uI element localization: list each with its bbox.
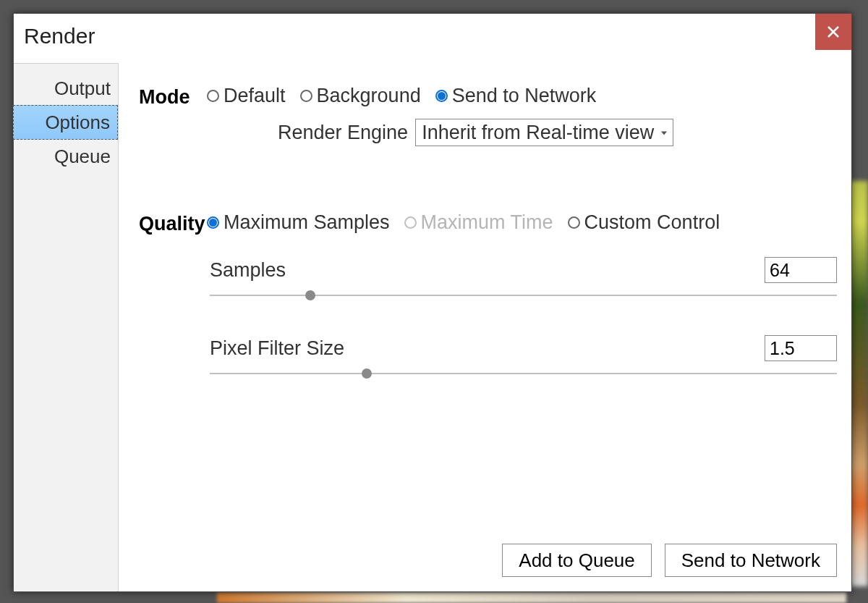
render-engine-label: Render Engine [278, 122, 408, 144]
samples-input[interactable] [765, 257, 837, 283]
add-to-queue-button[interactable]: Add to Queue [502, 544, 651, 577]
radio-label: Maximum Samples [224, 211, 390, 234]
quality-radio-group: Maximum Samples Maximum Time Custom Cont… [207, 211, 837, 234]
slider-thumb[interactable] [362, 368, 372, 379]
sidebar-tab-queue[interactable]: Queue [14, 139, 118, 174]
slider-thumb[interactable] [305, 290, 315, 300]
radio-label: Send to Network [452, 85, 597, 107]
mode-section: Mode Default Background Send [139, 85, 837, 146]
send-to-network-button[interactable]: Send to Network [665, 544, 837, 577]
sidebar-tab-options[interactable]: Options [13, 105, 118, 140]
mode-radio-default[interactable]: Default [207, 85, 286, 107]
radio-icon [207, 90, 219, 102]
quality-section: Quality Maximum Samples Maximum Time [139, 211, 837, 379]
slider-line [210, 295, 837, 296]
radio-label: Custom Control [584, 211, 720, 234]
quality-radio-custom-control[interactable]: Custom Control [568, 211, 720, 234]
pixel-filter-label: Pixel Filter Size [210, 337, 765, 360]
radio-label: Default [224, 85, 286, 107]
mode-label: Mode [139, 85, 207, 109]
dialog-title: Render [14, 14, 95, 49]
radio-icon [207, 216, 219, 229]
radio-icon [404, 216, 417, 229]
content-panel: Mode Default Background Send [119, 63, 851, 591]
mode-radio-group: Default Background Send to Network [207, 85, 837, 107]
radio-icon [300, 90, 312, 102]
samples-slider[interactable] [210, 290, 837, 300]
radio-label: Maximum Time [421, 211, 553, 234]
close-button[interactable] [815, 14, 851, 50]
dropdown-value: Inherit from Real-time view [422, 122, 654, 144]
samples-row: Samples [210, 257, 837, 300]
render-dialog: Render Output Options Queue Mode Default [13, 13, 852, 592]
quality-radio-max-time: Maximum Time [404, 211, 553, 234]
quality-radio-max-samples[interactable]: Maximum Samples [207, 211, 390, 234]
titlebar: Render [14, 14, 851, 63]
samples-label: Samples [210, 259, 765, 282]
radio-icon [568, 216, 580, 229]
close-icon [827, 25, 840, 38]
radio-icon [435, 90, 448, 102]
mode-radio-background[interactable]: Background [300, 85, 421, 107]
render-engine-dropdown[interactable]: Inherit from Real-time view [415, 119, 673, 146]
sidebar: Output Options Queue [14, 63, 119, 591]
pixel-filter-slider[interactable] [210, 368, 837, 379]
sidebar-tab-output[interactable]: Output [14, 71, 118, 106]
mode-radio-send-to-network[interactable]: Send to Network [435, 85, 597, 107]
pixel-filter-row: Pixel Filter Size [210, 335, 837, 379]
slider-line [210, 373, 837, 374]
pixel-filter-input[interactable] [765, 335, 837, 361]
quality-label: Quality [139, 211, 207, 235]
radio-label: Background [317, 85, 421, 107]
footer-buttons: Add to Queue Send to Network [502, 544, 837, 577]
